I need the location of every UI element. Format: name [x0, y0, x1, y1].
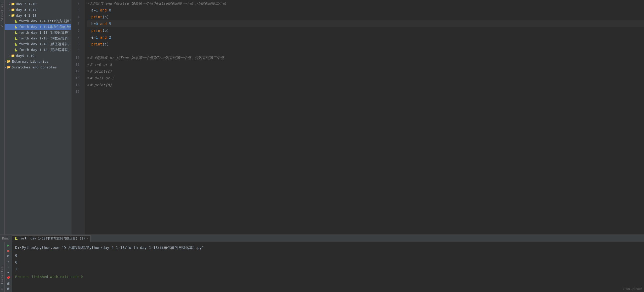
scroll-up-button[interactable]: ↑	[6, 259, 11, 264]
code-and-7: and	[100, 34, 107, 41]
code-var-3: a	[91, 7, 93, 14]
code-lines[interactable]: ⊟#逻辑与 and 找False 如果第一个值为False则返回第一个值，否则返…	[84, 0, 644, 235]
folder-icon-day3: 📁	[11, 8, 15, 11]
code-arg-8: e	[105, 41, 107, 48]
item-label-file1: forth day 1-18(str的方法操作).py	[19, 19, 71, 24]
code-num2-3: 0	[109, 7, 111, 14]
delete-button[interactable]: 🗑	[6, 287, 11, 291]
fold-2[interactable]: ⊟	[87, 0, 89, 7]
sidebar-item-file1[interactable]: 🐍forth day 1-18(str的方法操作).py	[5, 18, 71, 24]
sidebar-item-day3[interactable]: ▸📁day 3 1-17	[5, 7, 71, 13]
sidebar-item-day5[interactable]: ▸📁day5 1-19	[5, 53, 71, 59]
print-button[interactable]: 🖨	[6, 281, 11, 285]
item-label-file2: forth day 1-18(非布尔值的与或运算).py	[19, 25, 71, 29]
sidebar-item-file6[interactable]: 🐍forth day 1-18（逻辑运算符）.py	[5, 47, 71, 53]
fold-14[interactable]: ⊟	[87, 81, 89, 88]
command-line: D:\Python\python.exe "D:/编程历程/Python/day…	[15, 244, 641, 251]
structure-label[interactable]: Z: Structure	[0, 2, 4, 28]
code-and-5: and	[100, 20, 107, 27]
code-line-6[interactable]: print(b)	[87, 27, 644, 34]
item-label-scratches: Scratches and Consoles	[12, 65, 57, 69]
run-button[interactable]: ▶	[6, 243, 11, 248]
comment-text-14: # print(d)	[90, 81, 112, 88]
code-line-3[interactable]: a=1 and 0	[87, 7, 644, 14]
run-tab-icon: 🐍	[14, 237, 18, 240]
code-line-12[interactable]: ⊟# print(c)	[87, 68, 644, 75]
code-var-5: b	[91, 20, 93, 27]
code-print-6: print	[91, 27, 102, 34]
run-output: D:\Python\python.exe "D:/编程历程/Python/day…	[12, 242, 644, 292]
sidebar-item-file2[interactable]: 🐍forth day 1-18(非布尔值的与或运算).py	[5, 24, 71, 30]
sidebar-item-day4[interactable]: ▾📁day 4 1-18	[5, 13, 71, 18]
code-line-14[interactable]: ⊟# print(d)	[87, 81, 644, 88]
code-editor: 23456789101112131415 ⊟#逻辑与 and 找False 如果…	[71, 0, 644, 235]
line-number-11: 11	[71, 61, 82, 68]
code-line-11[interactable]: ⊟# c=0 or 5	[87, 61, 644, 68]
code-line-13[interactable]: ⊟# d=11 or 5	[87, 75, 644, 81]
fold-10[interactable]: ⊟	[87, 54, 89, 61]
favorites-label: 2: Favorites	[1, 266, 4, 290]
code-line-4[interactable]: print(a)	[87, 14, 644, 20]
code-arg-4: a	[105, 14, 107, 20]
sidebar-item-extlibs[interactable]: ▸📂External Libraries	[5, 59, 71, 64]
code-line-10[interactable]: ⊟# #逻辑或 or 找True 如果第一个值为True则返回第一个值，否则返回…	[87, 54, 644, 61]
fold-11[interactable]: ⊟	[87, 61, 89, 68]
code-paren1-8: (	[102, 41, 104, 48]
editor-area: 23456789101112131415 ⊟#逻辑与 and 找False 如果…	[71, 0, 644, 235]
run-label: Run:	[2, 237, 10, 240]
comment-text-13: # d=11 or 5	[90, 75, 114, 81]
line-number-14: 14	[71, 81, 82, 88]
sidebar-item-file3[interactable]: 🐍forth day 1-18（比较运算符）.py	[5, 30, 71, 36]
code-line-8[interactable]: print(e)	[87, 41, 644, 48]
pin-button[interactable]: 📌	[6, 276, 11, 280]
code-paren2-4: )	[107, 14, 109, 20]
folder-arrow-day5: ▸	[9, 54, 10, 57]
code-line-2[interactable]: ⊟#逻辑与 and 找False 如果第一个值为False则返回第一个值，否则返…	[87, 0, 644, 7]
sidebar-item-day2[interactable]: ▸📁day 2 1-16	[5, 1, 71, 7]
folder-icon-extlibs: 📂	[7, 60, 11, 63]
folder-icon-scratches: 📂	[7, 65, 11, 69]
item-label-file4: forth day 1-18（算数运算符）.py	[19, 36, 71, 41]
scroll-down-button[interactable]: ↓	[6, 265, 11, 269]
folder-arrow-day4: ▾	[9, 14, 10, 17]
sidebar-item-file4[interactable]: 🐍forth day 1-18（算数运算符）.py	[5, 36, 71, 41]
code-sp1-5	[98, 20, 100, 27]
file-tree: ▸📁day 2 1-16▸📁day 3 1-17▾📁day 4 1-18 🐍fo…	[5, 0, 71, 235]
comment-text-2: #逻辑与 and 找False 如果第一个值为False则返回第一个值，否则返回…	[90, 0, 226, 7]
sidebar-item-scratches[interactable]: ▸📂Scratches and Consoles	[5, 64, 71, 70]
line-number-10: 10	[71, 54, 82, 61]
code-eq-3: =	[93, 7, 95, 14]
code-paren1-6: (	[102, 27, 104, 34]
folder-arrow-day3: ▸	[9, 8, 10, 11]
code-line-9[interactable]	[87, 48, 644, 54]
sidebar-item-file5[interactable]: 🐍forth day 1-18（赋值运算符）.py	[5, 41, 71, 47]
rerun-button[interactable]: ⟳	[6, 254, 11, 259]
bottom-left-strip: 2: Favorites	[0, 242, 5, 292]
file-icon-file4: 🐍	[14, 37, 18, 40]
code-sp2-5	[107, 20, 109, 27]
code-num1-3: 1	[96, 7, 98, 14]
code-print-4: print	[91, 14, 102, 20]
code-line-5[interactable]: b=0 and 5	[87, 20, 644, 27]
structure-panel-strip: Z: Structure	[0, 0, 5, 235]
run-tab-bar: Run: 🐍 forth day 1-18(非布尔值的与或运算) (1) ✕	[0, 235, 644, 242]
code-arg-6: b	[105, 27, 107, 34]
line-numbers: 23456789101112131415	[71, 0, 84, 235]
run-tab[interactable]: 🐍 forth day 1-18(非布尔值的与或运算) (1) ✕	[12, 235, 91, 242]
align-button[interactable]: ≡	[6, 270, 11, 275]
stop-button[interactable]: ■	[6, 249, 11, 253]
folder-arrow-extlibs: ▸	[5, 60, 6, 63]
fold-12[interactable]: ⊟	[87, 68, 89, 75]
close-tab-button[interactable]: ✕	[87, 237, 88, 240]
code-num1-5: 0	[96, 20, 98, 27]
fold-13[interactable]: ⊟	[87, 75, 89, 81]
file-icon-file1: 🐍	[14, 20, 18, 23]
line-number-4: 4	[71, 14, 82, 20]
code-var-7: e	[91, 34, 93, 41]
code-eq-7: =	[93, 34, 95, 41]
file-icon-file2: 🐍	[14, 25, 18, 29]
line-number-6: 6	[71, 27, 82, 34]
line-number-12: 12	[71, 68, 82, 75]
code-line-7[interactable]: e=1 and 2	[87, 34, 644, 41]
code-line-15[interactable]	[87, 88, 644, 95]
